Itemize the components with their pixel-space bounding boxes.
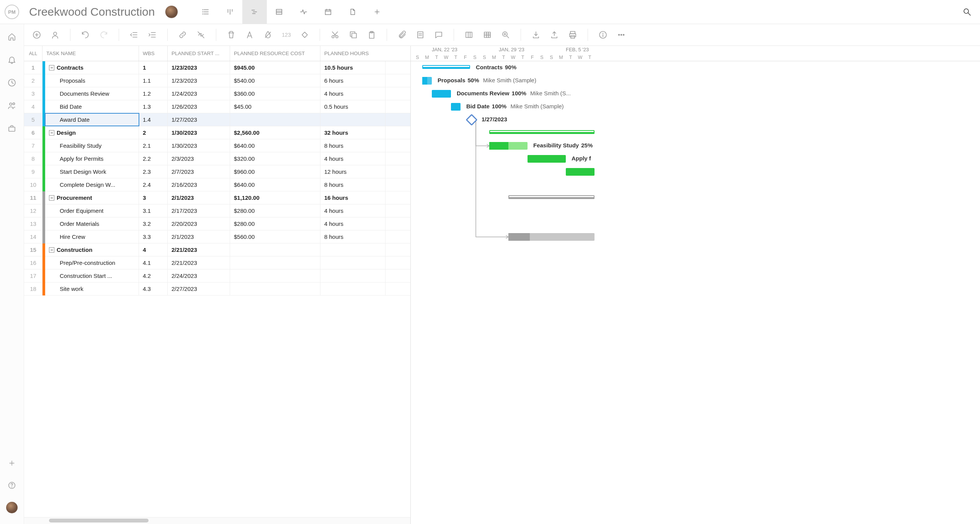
task-row[interactable]: 2Proposals1.11/23/2023$540.006 hours: [24, 74, 410, 87]
collapse-icon[interactable]: −: [49, 65, 54, 70]
hours-cell[interactable]: 16 hours: [320, 191, 385, 204]
collapse-icon[interactable]: −: [49, 195, 54, 201]
start-cell[interactable]: 2/27/2023: [168, 282, 230, 295]
columns-icon[interactable]: [463, 29, 475, 41]
grid-scrollbar[interactable]: [24, 517, 410, 524]
task-row[interactable]: 13Order Materials3.22/20/2023$280.004 ho…: [24, 217, 410, 230]
gantt-task-bar[interactable]: [489, 142, 528, 150]
task-row[interactable]: 9Start Design Work2.32/7/2023$960.0012 h…: [24, 165, 410, 178]
hours-cell[interactable]: 4 hours: [320, 217, 385, 230]
gantt-task-bar[interactable]: [451, 103, 461, 111]
gantt-task-bar[interactable]: [422, 77, 432, 85]
start-cell[interactable]: 1/30/2023: [168, 126, 230, 139]
milestone-icon[interactable]: [299, 29, 310, 41]
view-add-icon[interactable]: [365, 0, 389, 24]
table-icon[interactable]: [482, 29, 493, 41]
hours-cell[interactable]: 4 hours: [320, 87, 385, 100]
cost-cell[interactable]: $45.00: [230, 100, 320, 113]
gantt-task-bar[interactable]: [508, 233, 595, 241]
task-row[interactable]: 8Apply for Permits2.22/3/2023$320.004 ho…: [24, 152, 410, 165]
cost-cell[interactable]: $945.00: [230, 61, 320, 74]
cost-cell[interactable]: [230, 113, 320, 126]
undo-icon[interactable]: [80, 29, 91, 41]
task-name-cell[interactable]: Construction Start ...: [45, 269, 139, 282]
start-cell[interactable]: 2/16/2023: [168, 178, 230, 191]
hours-cell[interactable]: 8 hours: [320, 178, 385, 191]
gantt-group-bar[interactable]: [489, 130, 595, 134]
wbs-cell[interactable]: 4.2: [139, 269, 168, 282]
zoom-icon[interactable]: [500, 29, 511, 41]
info-icon[interactable]: [597, 29, 609, 41]
wbs-cell[interactable]: 2.1: [139, 139, 168, 152]
cost-cell[interactable]: $280.00: [230, 217, 320, 230]
col-header-hours[interactable]: PLANNED HOURS: [320, 46, 385, 61]
sidebar-people-icon[interactable]: [6, 100, 18, 111]
col-header-cost[interactable]: PLANNED RESOURCE COST: [230, 46, 320, 61]
link-icon[interactable]: [177, 29, 188, 41]
task-name-cell[interactable]: Feasibility Study: [45, 139, 139, 152]
text-style-icon[interactable]: [244, 29, 255, 41]
cost-cell[interactable]: $360.00: [230, 87, 320, 100]
assign-icon[interactable]: [49, 29, 61, 41]
task-row[interactable]: 7Feasibility Study2.11/30/2023$640.008 h…: [24, 139, 410, 152]
copy-icon[interactable]: [348, 29, 359, 41]
task-name-cell[interactable]: Prep/Pre-construction: [45, 256, 139, 269]
sidebar-time-icon[interactable]: [6, 77, 18, 88]
view-gantt-icon[interactable]: [242, 0, 267, 24]
task-name-cell[interactable]: Award Date: [45, 113, 139, 126]
hours-cell[interactable]: [320, 113, 385, 126]
task-row[interactable]: 4Bid Date1.31/26/2023$45.000.5 hours: [24, 100, 410, 113]
search-icon[interactable]: [959, 3, 975, 20]
task-name-cell[interactable]: −Design: [45, 126, 139, 139]
task-row[interactable]: 12Order Equipment3.12/17/2023$280.004 ho…: [24, 204, 410, 217]
task-row[interactable]: 1−Contracts11/23/2023$945.0010.5 hours: [24, 61, 410, 74]
wbs-cell[interactable]: 1: [139, 61, 168, 74]
task-row[interactable]: 3Documents Review1.21/24/2023$360.004 ho…: [24, 87, 410, 100]
start-cell[interactable]: 1/23/2023: [168, 61, 230, 74]
hours-cell[interactable]: 4 hours: [320, 152, 385, 165]
project-title[interactable]: Creekwood Construction: [29, 5, 155, 18]
wbs-cell[interactable]: 1.2: [139, 87, 168, 100]
cost-cell[interactable]: [230, 282, 320, 295]
col-header-wbs[interactable]: WBS: [139, 46, 168, 61]
gantt-task-bar[interactable]: [528, 155, 566, 163]
cut-icon[interactable]: [329, 29, 341, 41]
task-name-cell[interactable]: Site work: [45, 282, 139, 295]
view-list-icon[interactable]: [193, 0, 218, 24]
col-header-task[interactable]: TASK NAME: [42, 46, 139, 61]
cost-cell[interactable]: $2,560.00: [230, 126, 320, 139]
export-icon[interactable]: [549, 29, 560, 41]
wbs-cell[interactable]: 3.3: [139, 230, 168, 243]
wbs-cell[interactable]: 3.2: [139, 217, 168, 230]
start-cell[interactable]: 2/21/2023: [168, 256, 230, 269]
hours-cell[interactable]: [320, 282, 385, 295]
view-board-icon[interactable]: [218, 0, 242, 24]
sidebar-add-icon[interactable]: [6, 457, 18, 469]
cost-cell[interactable]: $320.00: [230, 152, 320, 165]
indent-icon[interactable]: [147, 29, 158, 41]
wbs-cell[interactable]: 4: [139, 243, 168, 256]
wbs-cell[interactable]: 2.3: [139, 165, 168, 178]
paste-icon[interactable]: [366, 29, 377, 41]
hours-cell[interactable]: 0.5 hours: [320, 100, 385, 113]
percent-icon[interactable]: 123: [281, 29, 292, 41]
task-name-cell[interactable]: −Procurement: [45, 191, 139, 204]
start-cell[interactable]: 1/24/2023: [168, 87, 230, 100]
view-sheet-icon[interactable]: [267, 0, 291, 24]
start-cell[interactable]: 2/20/2023: [168, 217, 230, 230]
cost-cell[interactable]: $540.00: [230, 74, 320, 87]
task-row[interactable]: 11−Procurement32/1/2023$1,120.0016 hours: [24, 191, 410, 204]
gantt-chart[interactable]: JAN, 22 '23JAN, 29 '23FEB, 5 '23SMTWTFSS…: [411, 46, 980, 524]
gantt-task-bar[interactable]: [432, 90, 451, 98]
gantt-task-bar[interactable]: [566, 168, 595, 176]
start-cell[interactable]: 2/1/2023: [168, 230, 230, 243]
hours-cell[interactable]: 8 hours: [320, 139, 385, 152]
gantt-group-bar[interactable]: [422, 65, 470, 69]
start-cell[interactable]: 2/1/2023: [168, 191, 230, 204]
view-calendar-icon[interactable]: [316, 0, 340, 24]
cost-cell[interactable]: [230, 243, 320, 256]
task-name-cell[interactable]: Order Materials: [45, 217, 139, 230]
hours-cell[interactable]: 10.5 hours: [320, 61, 385, 74]
cost-cell[interactable]: $960.00: [230, 165, 320, 178]
hours-cell[interactable]: 6 hours: [320, 74, 385, 87]
